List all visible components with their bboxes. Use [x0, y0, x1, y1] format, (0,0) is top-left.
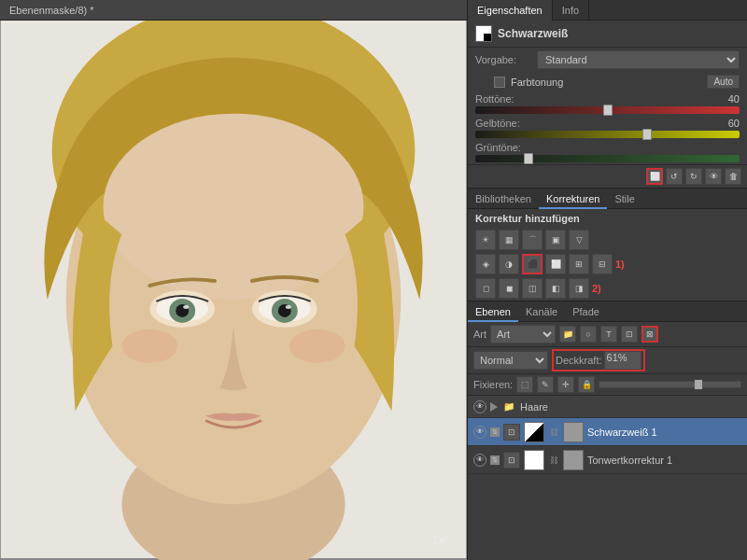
gelbtone-slider[interactable] [475, 131, 740, 138]
redo-icon[interactable]: ↻ [685, 168, 702, 185]
gradient-map-icon[interactable]: ◧ [545, 278, 566, 299]
color-lookup-icon[interactable]: ⊟ [592, 254, 613, 274]
thumb-tonwert [524, 450, 544, 470]
tab-eigenschaften[interactable]: Eigenschaften [468, 0, 553, 21]
smart-object-icon[interactable]: ⊡ [621, 326, 638, 343]
adj-icon-tonwert: ⊡ [503, 452, 520, 469]
opacity-value[interactable]: 61% [604, 351, 641, 370]
image-panel: Ebenenmaske/8) * [0, 0, 467, 560]
tab-kanaele[interactable]: Kanäle [518, 301, 565, 322]
layer-sw1[interactable]: 👁 ⇅ ⊡ ⛓ Schwarzweiß 1 [468, 418, 747, 446]
chain-sw1: ⛓ [548, 427, 559, 438]
adj-icon-sw1: ⊡ [503, 424, 520, 441]
posterize-icon[interactable]: ◼ [499, 278, 519, 299]
opacity-label: Deckkraft: [556, 355, 602, 366]
properties-tabs: Eigenschaften Info [468, 0, 747, 21]
undo-icon[interactable]: ↺ [666, 168, 683, 185]
mask-tonwert [563, 450, 584, 470]
bw-icon[interactable]: ⬛ [522, 254, 543, 274]
svg-point-10 [183, 305, 189, 309]
threshold-icon[interactable]: ◫ [522, 278, 543, 299]
layer-name-sw1: Schwarzweiß 1 [587, 427, 657, 438]
svg-point-15 [286, 305, 291, 309]
eye-sw1[interactable]: 👁 [473, 426, 486, 439]
layer-name-haare: Haare [520, 401, 548, 413]
new-group-icon[interactable]: 📁 [559, 326, 576, 343]
lock-move-icon[interactable]: ✛ [557, 376, 574, 393]
tab-info[interactable]: Info [553, 0, 589, 21]
gruntone-slider[interactable] [475, 155, 740, 162]
text-icon[interactable]: T [600, 326, 617, 343]
expand-haare-icon [490, 402, 498, 412]
layer-group-haare[interactable]: 👁 📁 Haare [468, 396, 747, 418]
rottone-label: Rottöne: [475, 93, 514, 105]
visibility-icon[interactable]: 👁 [705, 168, 722, 185]
corrections-panel: Bibliotheken Korrekturen Stile Korrektur… [468, 189, 747, 301]
rottone-slider[interactable] [475, 106, 740, 114]
farbtonung-checkbox[interactable] [494, 77, 505, 88]
vibrance-icon[interactable]: ◈ [475, 254, 496, 274]
layer-type-select[interactable]: Art [490, 325, 556, 343]
fill-slider[interactable] [599, 381, 741, 388]
vorgabe-row: Vorgabe: Standard [468, 48, 747, 72]
auto-button[interactable]: Auto [707, 75, 740, 89]
link-icon-tonwert: ⇅ [490, 455, 500, 465]
eye-tonwert[interactable]: 👁 [473, 454, 486, 467]
cursor-hand: ☞ [433, 530, 448, 551]
mask-circle-icon[interactable]: ○ [580, 326, 597, 343]
fixieren-row: Fixieren: ⬚ ✎ ✛ 🔒 [468, 374, 747, 396]
fill-thumb[interactable] [695, 380, 702, 389]
more-icon[interactable]: ▽ [569, 230, 589, 250]
tab-ebenen[interactable]: Ebenen [468, 301, 518, 322]
properties-panel: Eigenschaften Info Schwarzweiß Vorgabe: … [468, 0, 747, 189]
selective-color-icon[interactable]: ◨ [569, 278, 589, 299]
layers-controls: Art Art 📁 ○ T ⊡ ⊠ [468, 322, 747, 347]
tab-bibliotheken[interactable]: Bibliotheken [468, 189, 539, 209]
lock-all-icon[interactable]: 🔒 [578, 376, 595, 393]
svg-point-16 [121, 329, 177, 363]
annotation1: 1) [615, 259, 625, 270]
folder-icon: 📁 [503, 401, 514, 412]
adjustment-icon[interactable]: ⊠ [641, 326, 658, 343]
vorgabe-label: Vorgabe: [475, 54, 531, 65]
curves-icon[interactable]: ⌒ [522, 230, 543, 250]
gruntone-thumb[interactable] [524, 153, 533, 164]
gelbtone-label: Gelbtöne: [475, 118, 520, 129]
tab-pfade[interactable]: Pfade [565, 301, 607, 322]
gelbtone-value: 60 [728, 118, 740, 129]
farbtonung-row: Farbtonung Auto [468, 72, 747, 91]
svg-point-17 [289, 329, 345, 363]
props-title: Schwarzweiß [498, 27, 568, 40]
props-header: Schwarzweiß [468, 21, 747, 48]
rottone-thumb[interactable] [603, 105, 613, 116]
photo-filter-icon[interactable]: ⬜ [545, 254, 566, 274]
trash-icon[interactable]: 🗑 [725, 168, 741, 185]
gelbtone-thumb[interactable] [642, 129, 652, 140]
image-tab[interactable]: Ebenenmaske/8) * [0, 0, 467, 21]
hue-sat-icon[interactable]: ◑ [499, 254, 519, 274]
fixieren-label: Fixieren: [473, 379, 513, 390]
corr-icons-row2: ◈ ◑ ⬛ ⬜ ⊞ ⊟ 1) [468, 252, 747, 276]
blend-row: Normal Deckkraft: 61% [468, 347, 747, 374]
bright-contrast-icon[interactable]: ☀ [475, 230, 496, 250]
lock-transparent-icon[interactable]: ⬚ [516, 376, 533, 393]
farbtonung-label: Farbtonung [511, 77, 563, 88]
image-tab-label: Ebenenmaske/8) * [9, 5, 94, 16]
blend-mode-select[interactable]: Normal [473, 351, 548, 370]
layer-tonwert[interactable]: 👁 ⇅ ⊡ ⛓ Tonwertkorrektur 1 [468, 446, 747, 474]
eye-haare[interactable]: 👁 [473, 400, 486, 413]
tab-stile[interactable]: Stile [607, 189, 641, 209]
levels-icon[interactable]: ▦ [499, 230, 519, 250]
image-area: ☞ [0, 21, 467, 560]
exposure-icon[interactable]: ▣ [545, 230, 566, 250]
rottone-row: Rottöne: 40 [468, 91, 747, 116]
corr-title: Korrektur hinzufügen [468, 209, 747, 228]
corr-icons-row3: ◻ ◼ ◫ ◧ ◨ 2) [468, 276, 747, 301]
svg-point-5 [103, 114, 363, 300]
lock-brush-icon[interactable]: ✎ [537, 376, 554, 393]
clip-icon[interactable]: ⬜ [646, 168, 663, 185]
invert-icon[interactable]: ◻ [475, 278, 496, 299]
channel-mixer-icon[interactable]: ⊞ [569, 254, 589, 274]
tab-korrekturen[interactable]: Korrekturen [539, 189, 607, 209]
vorgabe-select[interactable]: Standard [537, 50, 740, 69]
